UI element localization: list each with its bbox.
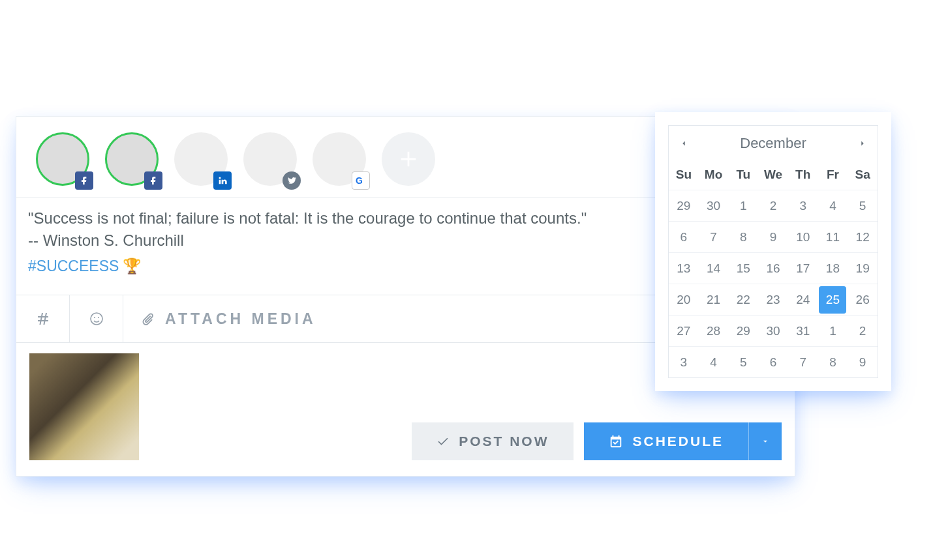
facebook-icon bbox=[75, 171, 93, 190]
emoji-button[interactable] bbox=[70, 295, 123, 342]
calendar-day[interactable]: 11 bbox=[818, 221, 848, 252]
post-now-label: POST NOW bbox=[459, 434, 549, 449]
account-avatar-linkedin[interactable] bbox=[174, 132, 228, 186]
calendar-day[interactable]: 25 bbox=[818, 284, 848, 315]
calendar-day[interactable]: 15 bbox=[728, 252, 758, 284]
calendar-day[interactable]: 1 bbox=[728, 190, 758, 221]
attach-media-label: ATTACH MEDIA bbox=[165, 310, 316, 328]
trophy-icon: 🏆 bbox=[123, 258, 142, 274]
calendar-day[interactable]: 4 bbox=[699, 346, 729, 377]
prev-month-button[interactable] bbox=[679, 139, 688, 148]
calendar-day[interactable]: 13 bbox=[669, 252, 699, 284]
calendar-day[interactable]: 20 bbox=[669, 284, 699, 315]
weekday-header: Fr bbox=[818, 161, 848, 190]
calendar-day[interactable]: 7 bbox=[699, 221, 729, 252]
check-icon bbox=[436, 435, 450, 448]
calendar-day[interactable]: 9 bbox=[758, 221, 788, 252]
add-account-button[interactable] bbox=[382, 132, 435, 186]
calendar-day[interactable]: 17 bbox=[788, 252, 818, 284]
calendar-day[interactable]: 1 bbox=[818, 315, 848, 346]
twitter-icon bbox=[283, 171, 301, 190]
facebook-icon bbox=[144, 171, 162, 190]
weekday-header: Tu bbox=[728, 161, 758, 190]
calendar-day[interactable]: 22 bbox=[728, 284, 758, 315]
chevron-left-icon bbox=[679, 139, 688, 148]
calendar-day[interactable]: 14 bbox=[699, 252, 729, 284]
calendar-day[interactable]: 9 bbox=[848, 346, 878, 377]
calendar-day[interactable]: 28 bbox=[699, 315, 729, 346]
account-avatar-google-business[interactable]: G bbox=[313, 132, 366, 186]
calendar-day[interactable]: 8 bbox=[818, 346, 848, 377]
calendar-day[interactable]: 23 bbox=[758, 284, 788, 315]
paperclip-icon bbox=[140, 312, 155, 326]
weekday-header: Su bbox=[669, 161, 699, 190]
schedule-button[interactable]: SCHEDULE bbox=[584, 422, 748, 460]
calendar-check-icon bbox=[609, 434, 623, 449]
calendar-day[interactable]: 18 bbox=[818, 252, 848, 284]
calendar-day[interactable]: 6 bbox=[758, 346, 788, 377]
calendar-day[interactable]: 3 bbox=[669, 346, 699, 377]
account-avatar-twitter[interactable] bbox=[243, 132, 297, 186]
calendar-day[interactable]: 27 bbox=[669, 315, 699, 346]
calendar-grid: SuMoTuWeThFrSa29301234567891011121314151… bbox=[669, 161, 878, 377]
month-label: December bbox=[740, 135, 806, 152]
plus-icon bbox=[397, 148, 420, 170]
calendar-day[interactable]: 5 bbox=[728, 346, 758, 377]
calendar-day[interactable]: 16 bbox=[758, 252, 788, 284]
emoji-icon bbox=[89, 311, 104, 327]
calendar-day[interactable]: 8 bbox=[728, 221, 758, 252]
calendar-day[interactable]: 24 bbox=[788, 284, 818, 315]
svg-point-2 bbox=[98, 317, 99, 318]
calendar-day[interactable]: 21 bbox=[699, 284, 729, 315]
account-avatar-facebook-1[interactable] bbox=[36, 132, 89, 186]
calendar-day[interactable]: 29 bbox=[669, 190, 699, 221]
calendar-day[interactable]: 2 bbox=[758, 190, 788, 221]
date-picker: December SuMoTuWeThFrSa29301234567891011… bbox=[655, 112, 891, 391]
calendar-day[interactable]: 29 bbox=[728, 315, 758, 346]
svg-point-0 bbox=[91, 313, 102, 325]
calendar-day[interactable]: 3 bbox=[788, 190, 818, 221]
svg-point-1 bbox=[94, 317, 95, 318]
calendar-day[interactable]: 31 bbox=[788, 315, 818, 346]
google-business-icon: G bbox=[352, 171, 370, 190]
weekday-header: Th bbox=[788, 161, 818, 190]
calendar-day[interactable]: 2 bbox=[848, 315, 878, 346]
weekday-header: We bbox=[758, 161, 788, 190]
calendar-day[interactable]: 30 bbox=[758, 315, 788, 346]
account-avatar-facebook-2[interactable] bbox=[105, 132, 159, 186]
linkedin-icon bbox=[213, 171, 232, 190]
action-buttons: POST NOW SCHEDULE bbox=[412, 422, 782, 460]
weekday-header: Mo bbox=[699, 161, 729, 190]
hashtag-icon bbox=[35, 311, 51, 327]
calendar-day[interactable]: 30 bbox=[699, 190, 729, 221]
schedule-dropdown-toggle[interactable] bbox=[748, 422, 782, 460]
attached-media-thumbnail[interactable] bbox=[29, 353, 139, 460]
chevron-right-icon bbox=[858, 139, 867, 148]
chevron-down-icon bbox=[761, 437, 770, 446]
calendar-day[interactable]: 10 bbox=[788, 221, 818, 252]
calendar-day[interactable]: 19 bbox=[848, 252, 878, 284]
hashtag-button[interactable] bbox=[16, 295, 70, 342]
calendar-day[interactable]: 12 bbox=[848, 221, 878, 252]
calendar-day[interactable]: 5 bbox=[848, 190, 878, 221]
calendar-day[interactable]: 4 bbox=[818, 190, 848, 221]
calendar-day[interactable]: 26 bbox=[848, 284, 878, 315]
weekday-header: Sa bbox=[848, 161, 878, 190]
calendar-header: December bbox=[669, 126, 878, 161]
post-now-button[interactable]: POST NOW bbox=[412, 422, 574, 460]
calendar-day[interactable]: 6 bbox=[669, 221, 699, 252]
next-month-button[interactable] bbox=[858, 139, 867, 148]
schedule-label: SCHEDULE bbox=[632, 434, 724, 449]
calendar-day[interactable]: 7 bbox=[788, 346, 818, 377]
